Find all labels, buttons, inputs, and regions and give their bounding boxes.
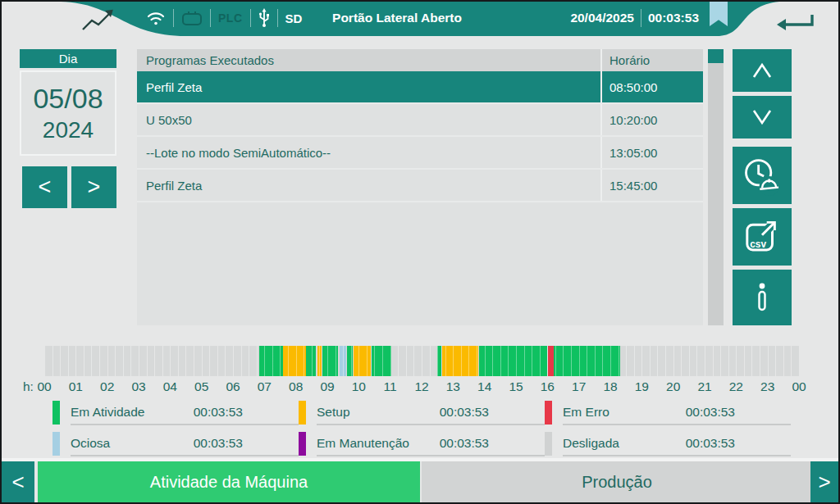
column-header-programs: Programas Executados — [137, 49, 600, 71]
hour-label: 21 — [697, 379, 711, 394]
timeline-ticks — [44, 346, 799, 376]
column-header-time: Horário — [600, 49, 703, 71]
datetime-display: 20/04/2025 00:03:53 — [570, 2, 699, 34]
timeline-segment-active — [259, 346, 284, 376]
table-row[interactable]: Perfil Zeta08:50:00 — [137, 71, 703, 104]
legend-label: Em Atividade — [71, 405, 144, 420]
timeline-segment-active — [347, 346, 353, 376]
legend-label: Em Manutenção — [317, 436, 409, 451]
legend-swatch-active — [52, 401, 60, 425]
legend-item-setup: Setup00:03:53 — [299, 400, 545, 425]
legend-label: Setup — [317, 405, 350, 420]
hour-label: 06 — [226, 379, 240, 394]
timeline-segment-active — [306, 346, 316, 376]
table-header-row: Programas Executados Horário — [137, 49, 703, 71]
programs-table: Programas Executados Horário Perfil Zeta… — [137, 49, 703, 325]
legend-item-error: Em Erro00:03:53 — [545, 400, 791, 425]
back-arrow-button[interactable] — [774, 11, 815, 34]
timeline-segment-active — [322, 346, 338, 376]
legend-item-maintenance: Em Manutenção00:03:53 — [299, 431, 545, 456]
hour-label: 16 — [541, 379, 555, 394]
hour-label: 20 — [666, 379, 680, 394]
hour-label: 10 — [352, 379, 366, 394]
timeline-hour-labels: 0001020304050607080910111213141516171819… — [44, 379, 799, 396]
timeline-segment-active — [437, 346, 441, 376]
scroll-up-button[interactable] — [733, 49, 792, 92]
svg-text:csv: csv — [750, 238, 766, 250]
hour-label: 00 — [37, 379, 51, 394]
day-panel-header: Dia — [20, 49, 116, 68]
hour-label: 03 — [131, 379, 145, 394]
legend-value: 00:03:53 — [686, 436, 735, 451]
hour-label: 04 — [163, 379, 177, 394]
scroll-down-button[interactable] — [733, 96, 792, 138]
next-day-button[interactable]: > — [71, 166, 116, 208]
table-row[interactable]: Perfil Zeta15:45:00 — [137, 170, 703, 202]
legend-label: Desligada — [563, 436, 619, 451]
datetime-separator — [641, 9, 641, 27]
hour-label: 19 — [635, 379, 649, 394]
previous-day-button[interactable]: < — [22, 166, 67, 208]
legend-value: 00:03:53 — [194, 436, 243, 451]
clock-helmet-icon — [741, 154, 783, 197]
timeline-segment-error — [548, 346, 554, 376]
legend-value: 00:03:53 — [194, 405, 243, 420]
time-cell: 15:45:00 — [600, 170, 703, 201]
timeline-segment-setup — [283, 346, 306, 376]
tab-atividade-da-maquina[interactable]: Atividade da Máquina — [38, 461, 420, 502]
table-scrollbar[interactable] — [708, 49, 724, 325]
info-icon — [744, 278, 780, 317]
hour-label: 00 — [792, 379, 806, 394]
hour-label: 23 — [760, 379, 774, 394]
hour-label: 13 — [446, 379, 460, 394]
hour-label: 05 — [194, 379, 208, 394]
table-row[interactable]: U 50x5010:20:00 — [137, 104, 703, 137]
hour-label: 15 — [509, 379, 523, 394]
legend-item-idle: Ociosa00:03:53 — [52, 431, 299, 456]
legend-item-active: Em Atividade00:03:53 — [52, 400, 299, 425]
timeline-segment-active — [554, 346, 620, 376]
export-csv-button[interactable]: csv — [733, 208, 792, 266]
legend-swatch-maintenance — [299, 432, 306, 456]
timeline-segment-idle — [340, 346, 346, 376]
tab-producao[interactable]: Produção — [422, 461, 812, 502]
table-row[interactable]: --Lote no modo SemiAutomático--13:05:00 — [137, 137, 703, 170]
legend-value: 00:03:53 — [686, 405, 735, 420]
work-hours-history-button[interactable] — [733, 147, 792, 204]
hour-label: 02 — [100, 379, 114, 394]
hour-label: 14 — [477, 379, 491, 394]
legend-swatch-off — [545, 432, 552, 456]
program-cell: Perfil Zeta — [137, 71, 600, 102]
hour-label: 01 — [69, 379, 83, 394]
time-cell: 10:20:00 — [600, 104, 703, 135]
scrollbar-thumb[interactable] — [708, 49, 724, 63]
next-page-button[interactable]: > — [810, 461, 838, 502]
legend-value: 00:03:53 — [440, 436, 489, 451]
legend-item-off: Desligada00:03:53 — [545, 431, 791, 456]
hour-label: 11 — [384, 379, 397, 394]
legend-value: 00:03:53 — [440, 405, 489, 420]
hour-label: 18 — [603, 379, 617, 394]
legend-label: Ociosa — [71, 436, 110, 451]
previous-page-button[interactable]: < — [2, 461, 34, 502]
timeline-segment-setup — [317, 346, 322, 376]
hmi-screen: PLC SD Portão Lateral Aberto 20/04/2025 … — [0, 0, 840, 504]
hour-label: 09 — [320, 379, 334, 394]
machine-activity-timeline — [44, 346, 799, 376]
header-date: 20/04/2025 — [570, 11, 634, 25]
hours-prefix-label: h: — [23, 379, 34, 394]
legend-label: Em Erro — [563, 405, 609, 420]
info-button[interactable] — [733, 270, 792, 325]
program-cell: U 50x50 — [137, 104, 600, 135]
timeline-segment-setup — [442, 346, 478, 376]
hour-label: 08 — [289, 379, 303, 394]
timeline-segment-setup — [354, 346, 371, 376]
time-cell: 13:05:00 — [600, 137, 703, 168]
timeline-segment-active — [479, 346, 547, 376]
selected-date-display: 05/08 2024 — [20, 70, 116, 156]
csv-export-icon: csv — [742, 216, 783, 257]
hour-label: 07 — [258, 379, 272, 394]
status-legend: Em Atividade00:03:53Setup00:03:53Em Erro… — [52, 400, 776, 456]
legend-swatch-error — [545, 401, 552, 425]
time-cell: 08:50:00 — [600, 71, 703, 102]
